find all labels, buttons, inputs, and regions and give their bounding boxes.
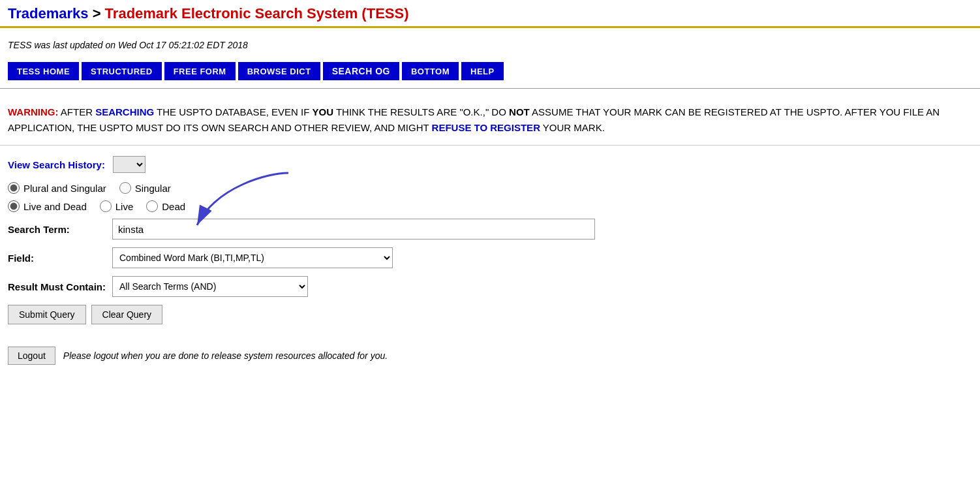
view-history-row: View Search History: bbox=[8, 156, 972, 173]
field-label: Field: bbox=[8, 253, 112, 264]
separator: > bbox=[89, 5, 105, 22]
history-select[interactable] bbox=[113, 156, 145, 173]
live-radio[interactable] bbox=[100, 200, 112, 212]
plural-singular-radio[interactable] bbox=[8, 182, 20, 194]
tess-title: Trademark Electronic Search System (TESS… bbox=[105, 5, 409, 22]
warning-text2: THE USPTO DATABASE, EVEN IF bbox=[154, 106, 312, 117]
refuse-link[interactable]: REFUSE TO REGISTER bbox=[432, 122, 540, 133]
nav-free-form[interactable]: FREE FORM bbox=[164, 62, 236, 80]
result-must-contain-label: Result Must Contain: bbox=[8, 281, 112, 292]
warning-not: NOT bbox=[509, 106, 530, 117]
status-radio-row: Live and Dead Live Dead bbox=[8, 200, 972, 212]
action-buttons-row: Submit Query Clear Query bbox=[8, 305, 972, 324]
search-section: View Search History: Plural and Singular… bbox=[0, 146, 980, 344]
warning-text3: THINK THE RESULTS ARE "O.K.," DO bbox=[333, 106, 509, 117]
page-header: Trademarks > Trademark Electronic Search… bbox=[0, 0, 980, 28]
search-term-row: Search Term: bbox=[8, 219, 972, 240]
warning-text1: AFTER bbox=[59, 106, 96, 117]
plurality-radio-row: Plural and Singular Singular bbox=[8, 182, 972, 194]
field-select[interactable]: Combined Word Mark (BI,TI,MP,TL) Basic I… bbox=[112, 247, 393, 268]
dead-radio[interactable] bbox=[146, 200, 158, 212]
search-input-container bbox=[112, 219, 595, 240]
search-term-input[interactable] bbox=[112, 219, 595, 240]
singular-option[interactable]: Singular bbox=[119, 182, 171, 194]
nav-structured[interactable]: STRUCTURED bbox=[82, 62, 162, 80]
warning-text5: YOUR MARK. bbox=[540, 122, 605, 133]
search-term-label: Search Term: bbox=[8, 224, 112, 235]
warning-paragraph: WARNING: AFTER SEARCHING THE USPTO DATAB… bbox=[8, 104, 972, 136]
live-dead-radio[interactable] bbox=[8, 200, 20, 212]
nav-search-og[interactable]: SEARCH OG bbox=[323, 62, 399, 80]
result-must-contain-row: Result Must Contain: All Search Terms (A… bbox=[8, 276, 972, 297]
singular-radio[interactable] bbox=[119, 182, 131, 194]
dead-option[interactable]: Dead bbox=[146, 200, 185, 212]
warning-section: WARNING: AFTER SEARCHING THE USPTO DATAB… bbox=[0, 98, 980, 146]
live-option[interactable]: Live bbox=[100, 200, 134, 212]
warning-label: WARNING: bbox=[8, 106, 59, 117]
live-dead-option[interactable]: Live and Dead bbox=[8, 200, 87, 212]
logout-note: Please logout when you are done to relea… bbox=[63, 350, 388, 361]
nav-help[interactable]: HELP bbox=[461, 62, 504, 80]
dead-label: Dead bbox=[162, 201, 185, 212]
nav-bottom[interactable]: BOTTOM bbox=[402, 62, 459, 80]
view-history-label: View Search History: bbox=[8, 159, 105, 170]
plural-singular-label: Plural and Singular bbox=[23, 183, 106, 194]
clear-query-button[interactable]: Clear Query bbox=[91, 305, 162, 324]
live-dead-label: Live and Dead bbox=[23, 201, 87, 212]
singular-label: Singular bbox=[135, 183, 171, 194]
page-title: Trademarks > Trademark Electronic Search… bbox=[8, 5, 972, 22]
warning-you: YOU bbox=[312, 106, 333, 117]
logout-row: Logout Please logout when you are done t… bbox=[0, 344, 980, 373]
navigation-bar: TESS HOME STRUCTURED FREE FORM BROWSE DI… bbox=[0, 57, 980, 89]
plural-singular-option[interactable]: Plural and Singular bbox=[8, 182, 106, 194]
searching-text: SEARCHING bbox=[95, 106, 154, 117]
nav-browse-dict[interactable]: BROWSE DICT bbox=[238, 62, 320, 80]
live-label: Live bbox=[115, 201, 134, 212]
result-select[interactable]: All Search Terms (AND) Any Search Term (… bbox=[112, 276, 308, 297]
field-row: Field: Combined Word Mark (BI,TI,MP,TL) … bbox=[8, 247, 972, 268]
logout-button[interactable]: Logout bbox=[8, 347, 55, 365]
submit-query-button[interactable]: Submit Query bbox=[8, 305, 86, 324]
trademarks-text: Trademarks bbox=[8, 5, 89, 22]
nav-tess-home[interactable]: TESS HOME bbox=[8, 62, 79, 80]
last-updated-text: TESS was last updated on Wed Oct 17 05:2… bbox=[0, 28, 980, 57]
